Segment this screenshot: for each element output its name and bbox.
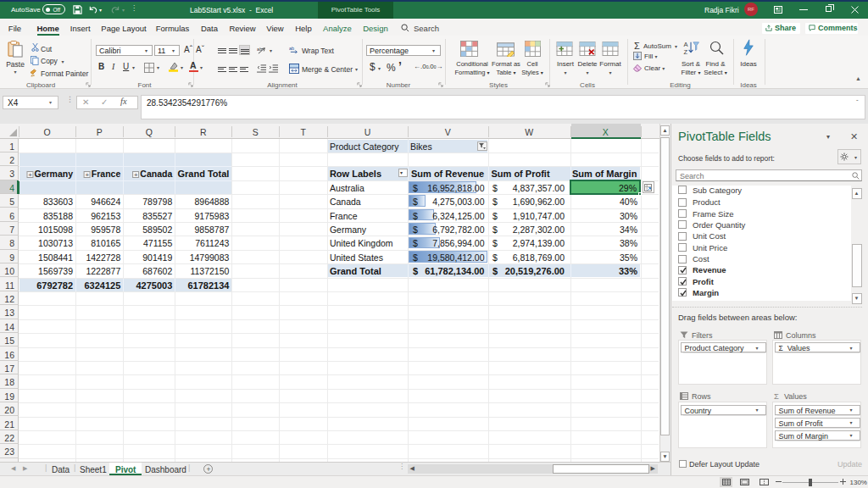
svg-text:ab: ab <box>289 46 294 51</box>
svg-text:A: A <box>684 41 689 48</box>
svg-text:Z: Z <box>684 48 688 55</box>
svg-text:ab: ab <box>257 47 262 52</box>
